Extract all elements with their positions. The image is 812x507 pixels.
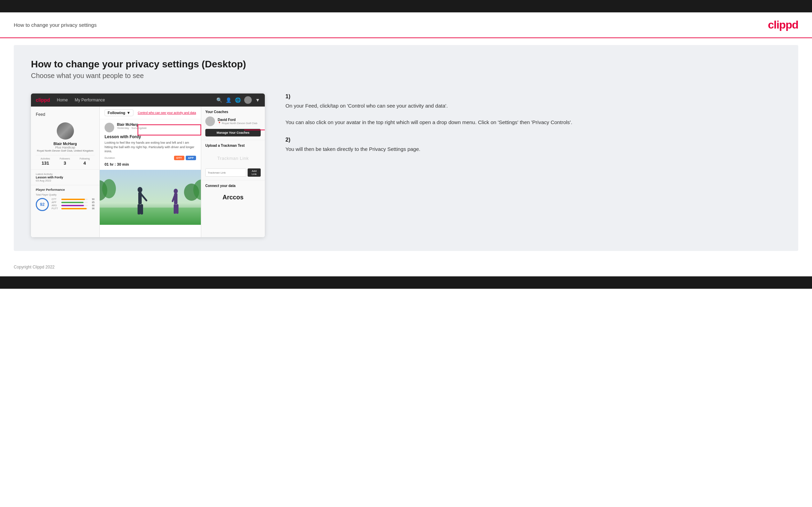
coach-club: 📍 Royal North Devon Golf Club <box>218 122 261 125</box>
bar-row-ott: OTT 90 <box>52 198 95 200</box>
copyright-text: Copyright Clippd 2022 <box>14 265 55 269</box>
nav-avatar[interactable] <box>244 96 252 104</box>
globe-icon[interactable]: 🌐 <box>235 97 241 103</box>
location-icon: 📍 <box>218 122 221 125</box>
app-nav-performance: My Performance <box>75 98 105 102</box>
latest-activity-label: Latest Activity <box>36 173 95 176</box>
followers-label: Followers <box>60 157 70 160</box>
trackman-input-row: Add Link <box>205 168 261 177</box>
footer: Copyright Clippd 2022 <box>0 258 812 276</box>
golf-scene-svg <box>100 170 201 225</box>
control-privacy-link[interactable]: Control who can see your activity and da… <box>138 111 196 114</box>
step-1-number: 1) <box>285 93 781 100</box>
svg-point-7 <box>138 187 142 192</box>
bar-row-app: APP 85 <box>52 201 95 203</box>
user-icon[interactable]: 👤 <box>226 97 231 103</box>
following-chevron-icon: ▼ <box>127 111 130 115</box>
followers-value: 3 <box>64 161 66 166</box>
trackman-title: Upload a Trackman Test <box>205 144 261 147</box>
coach-name: David Ford <box>218 118 261 122</box>
step-2-text: You will then be taken directly to the P… <box>285 145 781 153</box>
search-icon[interactable]: 🔍 <box>216 97 222 103</box>
coaches-title: Your Coaches <box>205 110 261 114</box>
bottom-bar <box>0 276 812 289</box>
arccos-brand: Arccos <box>205 190 261 205</box>
bar-label-app: APP <box>52 201 60 203</box>
activities-value: 131 <box>42 161 49 166</box>
connect-section: Connect your data Arccos <box>201 180 265 208</box>
instructions: 1) On your Feed, click/tap on 'Control w… <box>279 93 781 164</box>
svg-rect-15 <box>176 204 178 214</box>
annotation-arrow-line <box>244 130 265 130</box>
trackman-section: Upload a Trackman Test Trackman Link Add… <box>201 140 265 180</box>
stat-followers: Followers 3 <box>60 157 70 166</box>
bar-track-ott <box>61 199 88 200</box>
latest-activity-date: 03 Aug 2022 <box>36 179 95 182</box>
svg-point-2 <box>102 179 116 198</box>
app-nav-logo: clippd <box>36 97 50 103</box>
app-right-panel: Your Coaches David Ford 📍 Royal North De… <box>201 107 265 237</box>
lesson-image <box>100 170 201 225</box>
lesson-info: Blair McHarg Yesterday · Sunningdale <box>117 123 196 132</box>
step-1: 1) On your Feed, click/tap on 'Control w… <box>285 93 781 126</box>
bar-row-arg: ARG 86 <box>52 204 95 207</box>
following-button[interactable]: Following ▼ <box>105 109 133 116</box>
duration-label: Duration <box>105 156 115 159</box>
lesson-meta: Yesterday · Sunningdale <box>117 126 196 130</box>
profile-stats: Activities 131 Followers 3 Following 4 <box>36 155 95 166</box>
svg-rect-10 <box>140 204 143 214</box>
bar-fill-putt <box>61 208 87 209</box>
bar-value-putt: 96 <box>89 207 95 210</box>
header: How to change your privacy settings clip… <box>0 12 812 38</box>
app-feed: Following ▼ Control who can see your act… <box>100 107 201 237</box>
step-2: 2) You will then be taken directly to th… <box>285 137 781 153</box>
quality-container: 92 OTT 90 APP <box>36 198 95 211</box>
app-nav-icons: 🔍 👤 🌐 ▼ <box>216 96 260 104</box>
coaches-section: Your Coaches David Ford 📍 Royal North De… <box>201 107 265 140</box>
bar-value-ott: 90 <box>89 198 95 200</box>
tag-app: APP <box>186 156 196 160</box>
app-body: Feed Blair McHarg Plus Handicap Royal No… <box>31 107 265 237</box>
lesson-description: Looking to feel like my hands are exitin… <box>105 141 196 154</box>
profile-name: Blair McHarg <box>36 142 95 146</box>
quality-circle: 92 <box>36 198 49 211</box>
perf-title: Player Performance <box>36 188 95 191</box>
coach-club-text: Royal North Devon Golf Club <box>222 122 257 125</box>
bar-label-putt: PUTT <box>52 207 60 210</box>
golf-scene <box>100 170 201 225</box>
connect-title: Connect your data <box>205 184 261 188</box>
activities-label: Activities <box>41 157 50 160</box>
bar-fill-arg <box>61 205 84 206</box>
duration-value: 01 hr : 30 min <box>105 162 196 166</box>
svg-rect-6 <box>100 208 201 225</box>
bar-value-app: 85 <box>89 201 95 203</box>
stat-activities: Activities 131 <box>41 157 50 166</box>
svg-rect-9 <box>138 204 140 214</box>
following-value: 4 <box>84 161 86 166</box>
app-nav-home: Home <box>57 98 68 102</box>
app-nav: clippd Home My Performance 🔍 👤 🌐 ▼ <box>31 93 265 107</box>
logo: clippd <box>768 19 798 31</box>
feed-tab[interactable]: Feed <box>31 110 99 119</box>
bar-track-arg <box>61 205 88 206</box>
player-performance: Player Performance Total Player Quality … <box>31 185 99 214</box>
avatar-bg <box>57 122 74 140</box>
main-content: How to change your privacy settings (Des… <box>14 45 798 251</box>
trackman-input[interactable] <box>205 168 246 177</box>
profile-handicap: Plus Handicap <box>36 146 95 149</box>
header-title: How to change your privacy settings <box>14 22 97 28</box>
coach-avatar <box>205 117 215 126</box>
tag-ott: OTT <box>174 156 184 160</box>
profile-avatar <box>57 122 74 140</box>
content-row: clippd Home My Performance 🔍 👤 🌐 ▼ Feed <box>31 93 781 237</box>
quality-bars: OTT 90 APP <box>52 198 95 210</box>
add-link-button[interactable]: Add Link <box>248 168 261 177</box>
latest-activity-name: Lesson with Fordy <box>36 176 95 179</box>
bar-value-arg: 86 <box>89 204 95 207</box>
bar-row-putt: PUTT 96 <box>52 207 95 210</box>
top-bar <box>0 0 812 12</box>
quality-label: Total Player Quality <box>36 194 95 196</box>
bar-track-putt <box>61 208 88 209</box>
following-label: Following <box>79 157 90 160</box>
page-title: How to change your privacy settings (Des… <box>31 59 781 70</box>
